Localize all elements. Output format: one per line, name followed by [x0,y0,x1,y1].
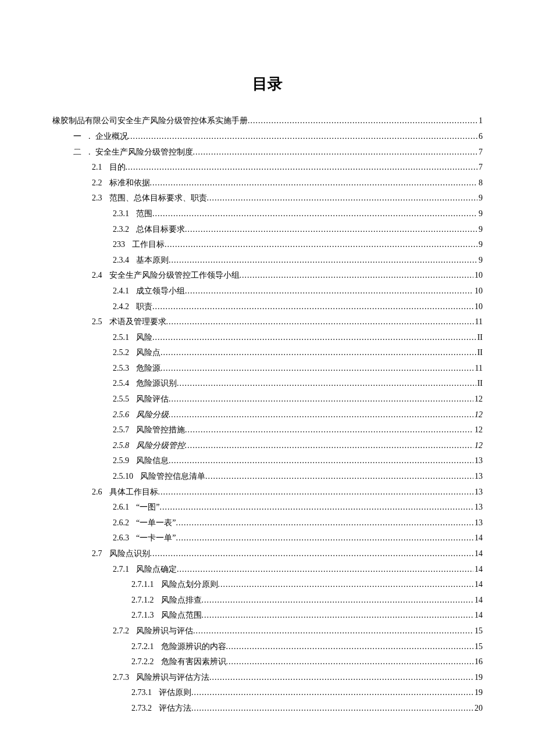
toc-entry-page: 16 [473,654,483,670]
toc-entry: 2.4.2职责10 [52,299,483,315]
toc-entry-text: “一卡一单” [136,533,176,542]
toc-entry: 2.6.1“一图”13 [52,500,483,515]
toc-entry-number: 2.7.2.2 [131,654,154,670]
toc-entry: 2.5术语及管理要求11 [52,314,483,330]
toc-entry-page: 12 [473,438,483,454]
toc-entry-page: 8 [477,175,483,191]
toc-leader-dots [152,299,473,315]
toc-entry-number: 2.5.7 [113,422,129,438]
toc-entry-text: “一单一表” [136,518,176,527]
toc-leader-dots [191,701,473,716]
toc-entry-text: 风险管控措施 [136,425,185,434]
toc-entry: 2.7.1风险点确定14 [52,562,483,578]
toc-leader-dots [126,160,478,175]
toc-entry-label: 2.73.1评估原则 [131,685,191,701]
toc-entry: 2.5.1风险II [52,330,483,346]
toc-leader-dots [226,639,474,655]
toc-entry-text: 目的 [109,163,126,171]
toc-entry-page: 14 [473,577,483,593]
toc-entry-label: 233工作目标 [113,237,165,253]
toc-leader-dots [207,191,478,206]
toc-entry-text: 橡胶制品有限公司安全生产风险分级管控体系实施手册 [52,116,248,125]
toc-entry-label: 2.7.2.1危险源辨识的内容 [131,639,226,655]
toc-entry-label: 2.4.1成立领导小组 [113,284,185,299]
toc-entry-page: 14 [473,593,483,608]
toc-entry-text: 危险源识别 [136,379,177,388]
toc-entry-page: 10 [473,268,483,284]
toc-entry-label: 2.4.2职责 [113,299,152,315]
toc-entry: 2.7.1.1风险点划分原则14 [52,577,483,593]
toc-entry-label: 2.5.5风险评估 [113,392,169,407]
toc-entry-text: 风险评估 [136,395,169,403]
toc-entry-number: 2.7.2 [113,624,129,639]
toc-entry-text: 具体工作目标 [109,488,158,496]
toc-leader-dots [169,253,477,268]
toc-entry-number: 2.5.10 [113,469,133,485]
toc-entry-page: 14 [473,531,483,546]
toc-entry-label: 2.2标准和依据 [92,175,150,191]
toc-entry-page: 14 [473,562,483,578]
toc-entry-text: “一图” [136,503,159,511]
toc-entry-text: 危险源 [136,364,160,372]
toc-entry: 2.5.4危险源识别II [52,376,483,392]
toc-entry-text: 风险点 [136,348,160,357]
toc-leader-dots [152,206,477,222]
toc-entry-number: 2.7.1.3 [131,608,154,624]
toc-leader-dots [202,608,474,624]
toc-entry-page: 13 [473,515,483,531]
toc-leader-dots [166,314,474,330]
toc-entry-page: 13 [473,485,483,500]
toc-entry-number: 2.6 [92,485,102,500]
toc-entry-text: 评估方法 [159,704,191,712]
toc-entry-label: 2.5.7风险管控措施 [113,422,185,438]
toc-entry-number: 2.5 [92,314,102,330]
toc-leader-dots [169,392,473,407]
toc-entry-page: 19 [473,685,483,701]
toc-entry-text: 基本原则 [136,256,169,264]
toc-leader-dots [176,515,473,531]
toc-entry-number: 2.73.2 [131,701,152,716]
toc-entry-label: 一.企业概况 [73,129,128,145]
toc-entry-text: 范围、总体目标要求、职责 [109,194,207,202]
toc-entry: 2.73.2评估方法20 [52,701,483,716]
toc-leader-dots [152,330,476,346]
toc-leader-dots [177,562,473,578]
toc-entry-number: 2.7.3 [113,670,129,686]
toc-entry-number: 2.3 [92,191,102,206]
toc-entry-page: 7 [477,145,483,160]
toc-entry-number: 2.5.6 [113,407,129,423]
toc-entry-text: 职责 [136,302,152,311]
toc-leader-dots [185,284,473,299]
toc-entry-number: 2.6.2 [113,515,129,531]
toc-entry-label: 2.3.4基本原则 [113,253,169,268]
toc-leader-dots [150,175,478,191]
toc-entry-label: 2.6具体工作目标 [92,485,158,500]
toc-entry-number: 2.4.1 [113,284,129,299]
toc-entry-page: 9 [477,253,483,268]
toc-leader-dots [160,345,476,361]
toc-entry: 2.7风险点识别14 [52,546,483,562]
toc-entry-number: 2.73.1 [131,685,152,701]
toc-entry-text: 风险点确定 [136,565,177,574]
toc-entry: 2.3.1范围9 [52,206,483,222]
toc-entry-page: II [476,345,483,361]
toc-leader-dots [191,685,473,701]
toc-entry-label: 2.5.10风险管控信息清单 [113,469,205,485]
toc-entry-number: 2.6.1 [113,500,129,515]
toc-entry: 橡胶制品有限公司安全生产风险分级管控体系实施手册1 [52,113,483,129]
toc-entry-text: 总体目标要求 [136,225,185,234]
toc-entry-number: 2.3.2 [113,222,129,238]
toc-entry-text: 风险分级管控 [136,441,185,450]
toc-entry-text: 风险 [136,333,152,342]
toc-entry-text: 风险点识别 [109,549,150,558]
toc-entry-label: 2.7.2.2危险有害因素辨识 [131,654,226,670]
toc-entry-separator: . [88,132,91,141]
toc-entry-number: 2.7.1.2 [131,593,154,608]
toc-entry-text: 术语及管理要求 [109,317,166,326]
toc-entry-number: 233 [113,237,125,253]
toc-entry-number: 2.4 [92,268,102,284]
toc-entry-text: 工作目标 [132,240,165,249]
toc-leader-dots [226,654,474,670]
toc-entry: 2.3.2总体目标要求9 [52,222,483,238]
toc-entry: 2.5.5风险评估12 [52,392,483,407]
